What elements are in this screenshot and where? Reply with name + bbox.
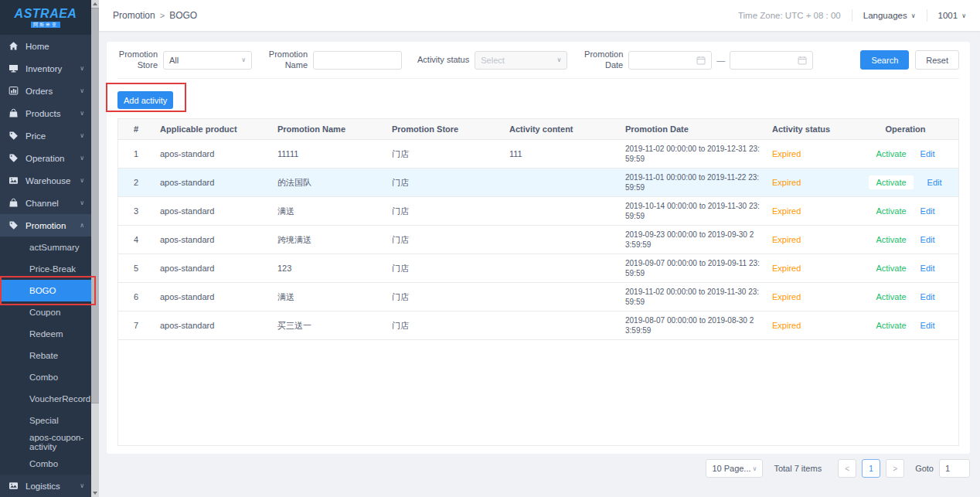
languages-dropdown[interactable]: Languages xyxy=(863,11,916,20)
edit-link[interactable]: Edit xyxy=(920,206,935,216)
edit-link[interactable]: Edit xyxy=(920,292,935,301)
timezone-label: Time Zone: UTC + 08 : 00 xyxy=(738,11,841,20)
col-header-promotion-name: Promotion Name xyxy=(271,119,386,140)
cell-date: 2019-11-01 00:00:00 to 2019-11-22 23:59:… xyxy=(625,172,760,192)
breadcrumb-parent[interactable]: Promotion xyxy=(113,10,155,21)
sidebar-item-price[interactable]: Price xyxy=(0,124,91,147)
date-from-input[interactable] xyxy=(628,51,712,70)
cell-product: apos-standard xyxy=(154,254,271,283)
prev-page-button[interactable]: < xyxy=(838,459,856,478)
current-page-button[interactable]: 1 xyxy=(862,459,880,478)
topbar-right: Time Zone: UTC + 08 : 00 Languages 1001 xyxy=(738,9,966,22)
price-tag-icon xyxy=(9,153,19,163)
search-button[interactable]: Search xyxy=(860,50,909,70)
sidebar-subitem-redeem[interactable]: Redeem xyxy=(0,323,91,345)
table-row[interactable]: 1 apos-standard 11111 门店 111 2019-11-02 … xyxy=(118,140,958,169)
sidebar-menu: Home Inventory Orders Products Price xyxy=(0,35,91,497)
filter-activity-status: Activity status Select xyxy=(417,51,567,70)
promotion-store-select[interactable]: All xyxy=(163,51,252,70)
status-badge: Expired xyxy=(772,264,801,273)
table-row[interactable]: 3 apos-standard 满送 门店 2019-10-14 00:00:0… xyxy=(118,197,958,226)
activate-link[interactable]: Activate xyxy=(876,178,906,187)
table-row[interactable]: 4 apos-standard 跨境满送 门店 2019-09-23 00:00… xyxy=(118,226,958,254)
add-activity-button[interactable]: Add activity xyxy=(117,91,173,109)
activate-link[interactable]: Activate xyxy=(876,149,906,158)
table-row[interactable]: 6 apos-standard 满送 门店 2019-11-02 00:00:0… xyxy=(118,283,958,311)
cell-index: 1 xyxy=(118,140,154,169)
cell-store: 门店 xyxy=(386,197,503,226)
activate-link[interactable]: Activate xyxy=(876,206,906,216)
sidebar-item-logistics[interactable]: Logistics xyxy=(0,475,91,497)
activate-link[interactable]: Activate xyxy=(876,321,906,330)
sidebar: ASTRAEA 阿斯米亚 Home Inventory Orders Produ… xyxy=(0,0,91,497)
topbar: Promotion > BOGO Time Zone: UTC + 08 : 0… xyxy=(99,0,980,31)
cell-name: 满送 xyxy=(271,283,386,311)
cell-index: 3 xyxy=(118,197,154,226)
scrollbar-thumb[interactable] xyxy=(91,8,99,403)
price-tag-icon xyxy=(9,131,19,141)
col-header-activity-content: Activity content xyxy=(503,119,619,140)
chevron-down-icon xyxy=(80,65,84,72)
sidebar-subitem-price-break[interactable]: Price-Break xyxy=(0,258,91,280)
cell-date: 2019-09-23 00:00:00 to 2019-09-30 23:59:… xyxy=(625,230,760,250)
languages-label: Languages xyxy=(863,11,907,20)
activity-status-placeholder: Select xyxy=(481,56,505,65)
promotion-name-input[interactable] xyxy=(313,51,402,70)
cell-date: 2019-10-14 00:00:00 to 2019-11-30 23:59:… xyxy=(625,201,760,221)
activate-link[interactable]: Activate xyxy=(876,235,906,244)
sidebar-item-warehouse[interactable]: Warehouse xyxy=(0,169,91,192)
sidebar-item-operation[interactable]: Operation xyxy=(0,147,91,169)
sidebar-subitem-rebate[interactable]: Rebate xyxy=(0,345,91,366)
sidebar-item-label: Warehouse xyxy=(26,176,70,186)
goto-page-input[interactable] xyxy=(939,459,970,478)
edit-link[interactable]: Edit xyxy=(927,178,942,187)
sidebar-subitem-voucherrecord[interactable]: VoucherRecord xyxy=(0,388,91,410)
reset-button[interactable]: Reset xyxy=(915,50,959,70)
scroll-up-arrow-icon[interactable] xyxy=(93,2,97,5)
sidebar-subitem-special[interactable]: Special xyxy=(0,410,91,431)
sidebar-item-channel[interactable]: Channel xyxy=(0,192,91,214)
sidebar-subitem-actsummary[interactable]: actSummary xyxy=(0,237,91,258)
brand-logo: ASTRAEA 阿斯米亚 xyxy=(0,0,91,35)
sidebar-item-products[interactable]: Products xyxy=(0,102,91,124)
chevron-down-icon xyxy=(911,12,916,19)
sidebar-subitem-apos-coupon-activity[interactable]: apos-coupon-activity xyxy=(0,431,91,453)
cell-content xyxy=(503,283,619,311)
sidebar-subitem-bogo[interactable]: BOGO xyxy=(0,280,91,301)
sidebar-item-inventory[interactable]: Inventory xyxy=(0,57,91,80)
activity-status-select[interactable]: Select xyxy=(475,51,567,70)
sidebar-item-promotion[interactable]: Promotion xyxy=(0,214,91,237)
date-to-input[interactable] xyxy=(730,51,813,70)
table-row[interactable]: 2 apos-standard 的法国队 门店 2019-11-01 00:00… xyxy=(118,169,958,197)
edit-link[interactable]: Edit xyxy=(920,149,935,158)
monitor-icon xyxy=(9,63,19,73)
page-size-select[interactable]: 10 Page... xyxy=(706,459,763,478)
account-dropdown[interactable]: 1001 xyxy=(938,11,966,20)
home-icon xyxy=(9,41,19,51)
chevron-down-icon xyxy=(753,465,757,472)
chevron-down-icon xyxy=(80,482,84,489)
activate-link[interactable]: Activate xyxy=(876,264,906,273)
cell-store: 门店 xyxy=(386,140,503,169)
subitem-label: Special xyxy=(29,416,59,425)
promotions-table: # Applicable product Promotion Name Prom… xyxy=(117,118,959,446)
sidebar-subitem-coupon[interactable]: Coupon xyxy=(0,301,91,323)
scroll-down-arrow-icon[interactable] xyxy=(93,492,97,495)
breadcrumb-current: BOGO xyxy=(169,10,197,21)
edit-link[interactable]: Edit xyxy=(920,321,935,330)
sidebar-subitem-combo-2[interactable]: Combo xyxy=(0,453,91,475)
sidebar-subitem-combo[interactable]: Combo xyxy=(0,366,91,388)
chevron-down-icon xyxy=(80,199,84,206)
table-row[interactable]: 7 apos-standard 买三送一 门店 2019-08-07 00:00… xyxy=(118,311,958,340)
sidebar-item-label: Operation xyxy=(26,154,65,163)
sidebar-scrollbar xyxy=(91,0,99,497)
sidebar-item-home[interactable]: Home xyxy=(0,35,91,57)
activate-link[interactable]: Activate xyxy=(876,292,906,301)
edit-link[interactable]: Edit xyxy=(920,264,935,273)
edit-link[interactable]: Edit xyxy=(920,235,935,244)
subitem-label: Combo xyxy=(29,373,58,382)
next-page-button[interactable]: > xyxy=(886,459,904,478)
table-row[interactable]: 5 apos-standard 123 门店 2019-09-07 00:00:… xyxy=(118,254,958,283)
chevron-down-icon xyxy=(80,110,84,117)
sidebar-item-orders[interactable]: Orders xyxy=(0,80,91,102)
